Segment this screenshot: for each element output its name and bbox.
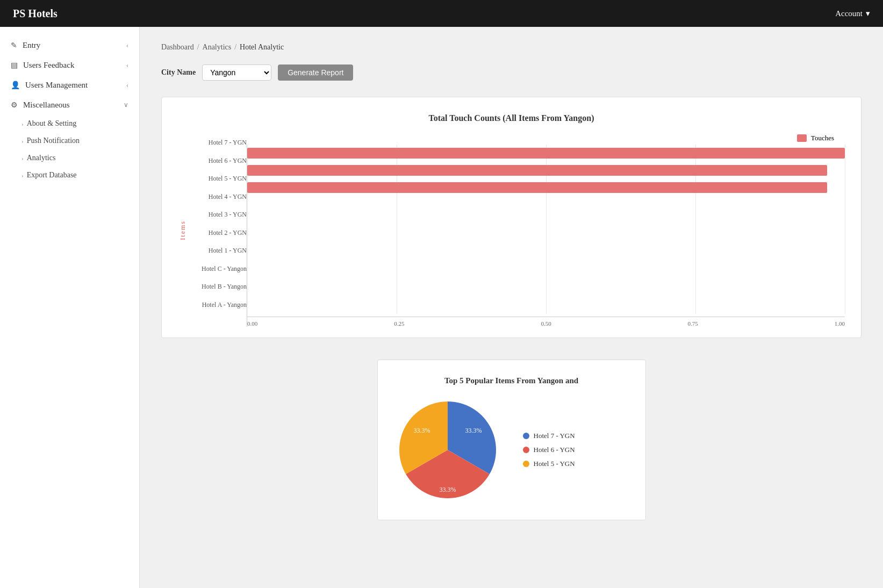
pie-legend-label-hotel6: Hotel 6 - YGN <box>534 446 575 454</box>
y-label-hotel5: Hotel 5 - YGN <box>209 170 247 188</box>
bar-fill-hotel7 <box>247 148 845 159</box>
y-label-hotel3: Hotel 3 - YGN <box>209 206 247 224</box>
misc-arrow: ∨ <box>124 101 128 109</box>
sidebar-item-about-setting[interactable]: › About & Setting <box>21 115 139 132</box>
sidebar-item-entry[interactable]: ✎ Entry ‹ <box>0 35 139 55</box>
bar-chart-title: Total Touch Counts (All Items From Yango… <box>178 113 845 123</box>
pie-label-hotel6: 33.3% <box>439 486 456 493</box>
y-label-hotel6: Hotel 6 - YGN <box>209 152 247 169</box>
bar-chart-plot: Touches <box>247 134 845 327</box>
breadcrumb-sep-2: / <box>234 43 236 52</box>
pie-chart-title: Top 5 Popular Items From Yangon and <box>394 376 629 385</box>
city-label: City Name <box>161 68 196 77</box>
sidebar-label-about: About & Setting <box>27 119 77 128</box>
x-tick-0: 0.00 <box>247 320 257 327</box>
x-tick-25: 0.25 <box>394 320 404 327</box>
bar-legend-color <box>797 134 807 142</box>
pie-dot-hotel6 <box>523 447 529 453</box>
sidebar-item-export-database[interactable]: › Export Database <box>21 167 139 184</box>
pie-svg: 33.3% 33.3% 33.3% <box>394 396 501 504</box>
breadcrumb: Dashboard / Analytics / Hotel Analytic <box>161 43 862 52</box>
push-arrow-icon: › <box>21 138 24 144</box>
filter-row: City Name Yangon Mandalay Naypyidaw Gene… <box>161 64 862 81</box>
y-label-hotela: Hotel A - Yangon <box>202 296 247 313</box>
entry-arrow: ‹ <box>126 41 128 49</box>
breadcrumb-hotel-analytic: Hotel Analytic <box>240 43 284 52</box>
bar-chart-container: Total Touch Counts (All Items From Yango… <box>161 97 862 338</box>
bar-y-axis: Hotel 7 - YGN Hotel 6 - YGN Hotel 5 - YG… <box>188 134 247 327</box>
pie-label-hotel5: 33.3% <box>413 427 430 434</box>
pie-chart-wrapper: Top 5 Popular Items From Yangon and 33.3… <box>161 360 862 520</box>
sidebar-label-entry: Entry <box>23 41 40 50</box>
top-nav: PS Hotels Account ▾ <box>0 0 883 27</box>
bars-area: 0.00 0.25 0.50 0.75 1.00 <box>247 145 845 327</box>
sidebar-item-analytics[interactable]: › Analytics <box>21 149 139 167</box>
sidebar-item-miscellaneous[interactable]: ⚙ Miscellaneous ∨ <box>0 95 139 115</box>
gridline-100 <box>845 145 845 314</box>
y-label-hotelc: Hotel C - Yangon <box>202 260 247 277</box>
y-label-hotel1: Hotel 1 - YGN <box>209 242 247 260</box>
misc-icon: ⚙ <box>11 101 18 110</box>
bar-fill-hotel6 <box>247 165 827 176</box>
pie-row: 33.3% 33.3% 33.3% Hotel 7 - YGN <box>394 396 629 504</box>
x-tick-50: 0.50 <box>541 320 551 327</box>
sidebar: ✎ Entry ‹ ▤ Users Feedback ‹ 👤 Users Man… <box>0 27 140 588</box>
x-tick-75: 0.75 <box>688 320 698 327</box>
management-arrow: ‹ <box>126 81 128 89</box>
breadcrumb-analytics[interactable]: Analytics <box>203 43 232 52</box>
generate-report-button[interactable]: Generate Report <box>278 64 353 81</box>
sidebar-label-analytics: Analytics <box>27 154 56 162</box>
pie-legend-hotel6: Hotel 6 - YGN <box>523 446 575 454</box>
analytics-arrow-icon: › <box>21 155 24 161</box>
pie-legend: Hotel 7 - YGN Hotel 6 - YGN Hotel 5 - YG… <box>523 432 575 468</box>
pie-dot-hotel5 <box>523 461 529 467</box>
sidebar-item-push-notification[interactable]: › Push Notification <box>21 132 139 149</box>
sidebar-label-feedback: Users Feedback <box>23 61 74 70</box>
sidebar-item-users-feedback[interactable]: ▤ Users Feedback ‹ <box>0 55 139 75</box>
sidebar-label-management: Users Management <box>25 81 88 90</box>
entry-icon: ✎ <box>11 41 17 50</box>
pie-label-hotel7: 33.3% <box>465 427 482 434</box>
y-label-hotelb: Hotel B - Yangon <box>202 278 247 296</box>
city-select[interactable]: Yangon Mandalay Naypyidaw <box>202 64 271 81</box>
sidebar-label-push: Push Notification <box>27 137 80 145</box>
y-label-hotel2: Hotel 2 - YGN <box>209 224 247 241</box>
pie-chart-container: Top 5 Popular Items From Yangon and 33.3… <box>377 360 646 520</box>
main-content: Dashboard / Analytics / Hotel Analytic C… <box>140 27 883 588</box>
pie-legend-label-hotel5: Hotel 5 - YGN <box>534 460 575 468</box>
y-label-hotel4: Hotel 4 - YGN <box>209 188 247 205</box>
pie-legend-hotel7: Hotel 7 - YGN <box>523 432 575 440</box>
y-label-hotel7: Hotel 7 - YGN <box>209 134 247 152</box>
app-brand: PS Hotels <box>13 8 58 20</box>
breadcrumb-dashboard[interactable]: Dashboard <box>161 43 194 52</box>
pie-dot-hotel7 <box>523 433 529 439</box>
breadcrumb-sep-1: / <box>197 43 199 52</box>
pie-legend-label-hotel7: Hotel 7 - YGN <box>534 432 575 440</box>
feedback-arrow: ‹ <box>126 61 128 69</box>
sidebar-label-export: Export Database <box>27 171 77 180</box>
pie-legend-hotel5: Hotel 5 - YGN <box>523 460 575 468</box>
sidebar-submenu: › About & Setting › Push Notification › … <box>0 115 139 184</box>
account-menu[interactable]: Account ▾ <box>835 9 870 18</box>
sidebar-label-misc: Miscellaneous <box>23 101 70 110</box>
export-arrow-icon: › <box>21 172 24 178</box>
y-axis-label: Items <box>179 220 187 240</box>
x-axis: 0.00 0.25 0.50 0.75 1.00 <box>247 317 845 327</box>
bar-legend: Touches <box>797 134 834 142</box>
x-tick-100: 1.00 <box>835 320 845 327</box>
bar-fill-hotel5 <box>247 182 827 193</box>
bar-legend-label: Touches <box>811 134 834 142</box>
y-axis-label-wrap: Items <box>178 134 188 327</box>
about-arrow-icon: › <box>21 120 24 127</box>
feedback-icon: ▤ <box>11 61 18 70</box>
sidebar-item-users-management[interactable]: 👤 Users Management ‹ <box>0 75 139 95</box>
users-icon: 👤 <box>11 81 20 90</box>
